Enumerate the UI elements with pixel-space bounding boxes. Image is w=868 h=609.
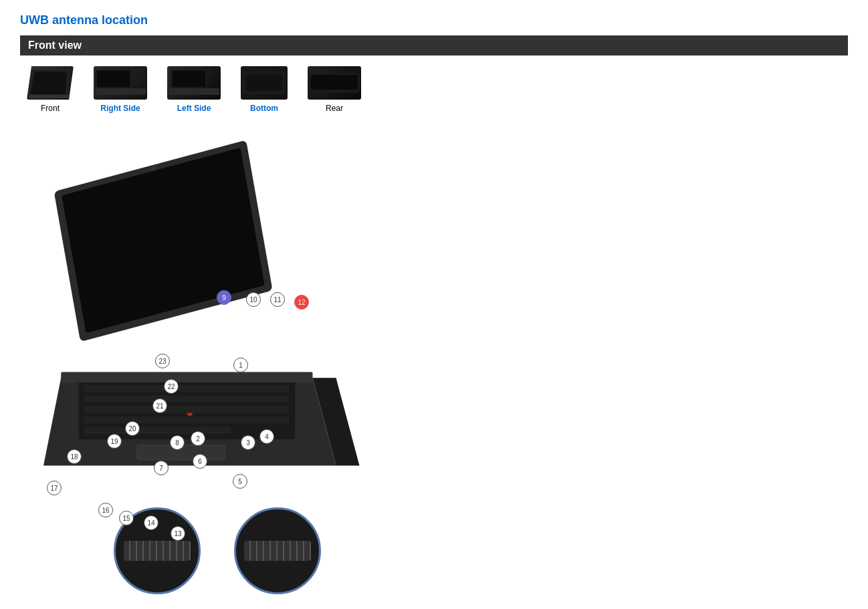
- section-header: Front view: [20, 35, 848, 55]
- svg-rect-25: [84, 427, 231, 435]
- badge-6: 6: [193, 454, 207, 469]
- badge-7: 7: [154, 461, 169, 475]
- badge-2: 2: [191, 431, 205, 446]
- svg-rect-2: [29, 95, 72, 98]
- badge-21: 21: [152, 398, 167, 413]
- svg-rect-10: [246, 75, 282, 91]
- nav-thumbnails: Front Right Side Left Side: [20, 66, 848, 113]
- speaker-grille-left: [124, 541, 191, 561]
- thumb-rear: [308, 66, 361, 100]
- speaker-circle-right: [234, 507, 321, 594]
- page-title: UWB antenna location: [20, 13, 848, 27]
- svg-rect-21: [84, 385, 289, 392]
- nav-item-rear[interactable]: Rear: [308, 66, 361, 113]
- svg-rect-15: [62, 148, 264, 333]
- nav-item-bottom[interactable]: Bottom: [241, 66, 288, 113]
- badge-16: 16: [98, 503, 113, 517]
- nav-label-right-side: Right Side: [100, 104, 140, 113]
- badge-3: 3: [241, 435, 255, 450]
- badge-17: 17: [47, 481, 62, 495]
- badge-20: 20: [125, 421, 140, 436]
- badge-9: 9: [217, 290, 231, 305]
- thumb-front: [27, 66, 74, 100]
- nav-item-left-side[interactable]: Left Side: [167, 66, 221, 113]
- badge-14: 14: [144, 515, 158, 530]
- svg-rect-23: [84, 406, 289, 413]
- badge-12: 12: [294, 295, 309, 310]
- nav-item-right-side[interactable]: Right Side: [94, 66, 147, 113]
- thumb-rightside: [94, 66, 147, 100]
- badge-10: 10: [246, 292, 261, 307]
- nav-label-front: Front: [41, 104, 60, 113]
- nav-item-front[interactable]: Front: [27, 66, 74, 113]
- nav-label-bottom: Bottom: [250, 104, 278, 113]
- thumb-leftside: [167, 66, 221, 100]
- nav-label-rear: Rear: [326, 104, 343, 113]
- svg-rect-24: [84, 416, 289, 424]
- badge-8: 8: [170, 435, 185, 450]
- badge-11: 11: [270, 292, 285, 307]
- badge-13: 13: [171, 526, 185, 541]
- badge-23: 23: [155, 354, 170, 368]
- badge-15: 15: [119, 511, 134, 525]
- svg-rect-22: [84, 396, 289, 403]
- badge-1: 1: [233, 358, 248, 372]
- badge-19: 19: [107, 434, 122, 449]
- diagram-area: 1 2 3 4 5 6 7 8 9 10 11 12 13 14 15 16 1…: [20, 126, 401, 594]
- badge-18: 18: [67, 449, 82, 464]
- speaker-grille-right: [244, 541, 311, 561]
- svg-rect-27: [61, 372, 312, 383]
- svg-rect-5: [97, 71, 130, 87]
- badge-5: 5: [233, 474, 247, 489]
- svg-rect-4: [95, 88, 146, 95]
- thumb-bottom: [241, 66, 288, 100]
- badge-22: 22: [164, 379, 179, 394]
- svg-marker-1: [30, 72, 67, 94]
- laptop-diagram: 1 2 3 4 5 6 7 8 9 10 11 12 13 14 15 16 1…: [20, 126, 395, 501]
- svg-rect-8: [173, 71, 205, 87]
- svg-rect-13: [311, 75, 358, 90]
- svg-rect-7: [169, 88, 219, 95]
- nav-label-left-side: Left Side: [177, 104, 211, 113]
- badge-4: 4: [259, 429, 274, 444]
